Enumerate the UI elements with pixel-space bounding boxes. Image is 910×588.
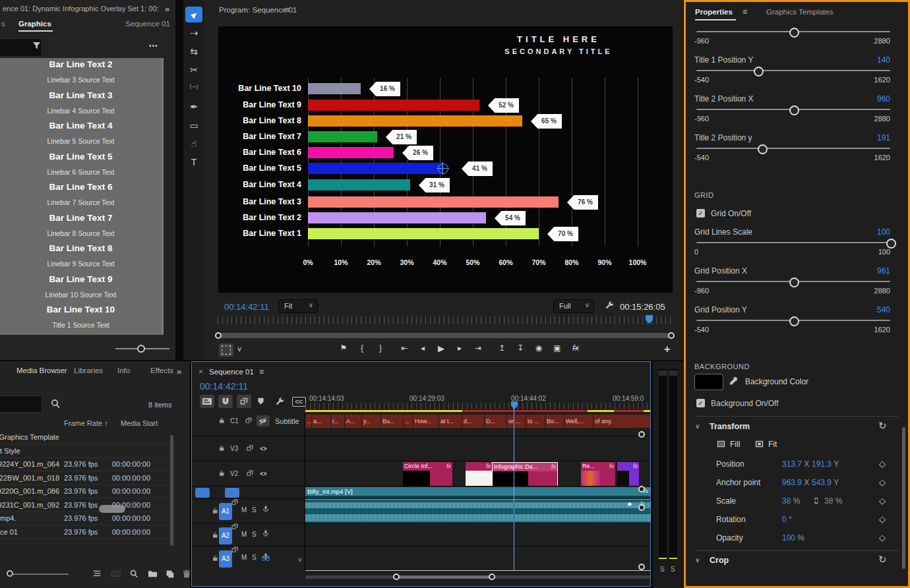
grid-on-off-checkbox[interactable]: ✓ xyxy=(696,209,705,218)
hand-tool[interactable]: ☝ xyxy=(183,138,204,149)
program-scrollbar-track[interactable] xyxy=(218,333,673,338)
list-zoom-slider-handle[interactable] xyxy=(137,345,145,353)
table-row[interactable]: t Style xyxy=(0,445,169,458)
chevron-down-icon[interactable]: ∨ xyxy=(237,345,242,353)
track-select-forward-tool[interactable]: ⇢ xyxy=(183,28,204,38)
rectangle-tool[interactable]: ▭ xyxy=(183,120,204,131)
mute-button[interactable]: M xyxy=(241,554,247,561)
track-source-icon[interactable] xyxy=(231,546,239,554)
fill-icon[interactable] xyxy=(716,439,726,449)
type-tool[interactable]: T xyxy=(183,157,204,167)
add-marker-button[interactable]: ⚑ xyxy=(336,343,351,353)
value-number[interactable]: 100 xyxy=(782,533,795,543)
trash-icon[interactable] xyxy=(182,569,191,578)
slider-value[interactable]: 540 xyxy=(837,305,890,314)
track-output-toggle[interactable] xyxy=(257,415,270,426)
timeline-timecode[interactable]: 00:14:42:11 xyxy=(200,381,248,392)
tab-info[interactable]: Info xyxy=(117,367,130,374)
value-y[interactable]: 38 % xyxy=(824,496,842,506)
keyframe-diamond-icon[interactable]: ◇ xyxy=(879,533,886,543)
background-on-off-checkbox[interactable]: ✓ xyxy=(696,399,705,407)
value-number[interactable]: 38 xyxy=(782,496,791,506)
track-target-v1[interactable] xyxy=(225,488,239,498)
extract-button[interactable]: ↧ xyxy=(513,343,528,353)
new-bin-folder-icon[interactable] xyxy=(148,569,158,579)
track-resize-handle[interactable] xyxy=(638,431,645,438)
table-row[interactable]: Graphics Template xyxy=(0,431,169,444)
zoom-level-select[interactable]: Fit ∨ xyxy=(278,299,318,313)
track-source-icon[interactable] xyxy=(245,417,253,425)
slider-value[interactable]: 191 xyxy=(837,133,890,142)
lock-icon[interactable] xyxy=(212,531,219,539)
graphics-layer-item[interactable]: Bar Line Text 3 xyxy=(0,90,162,100)
settings-wrench-icon[interactable] xyxy=(605,301,614,310)
hscroll-right-handle[interactable] xyxy=(489,573,495,580)
table-row[interactable]: 086_09220G_001.m23.976 fps00:00:00:00 xyxy=(0,485,169,498)
timeline-clip-selected[interactable]: Infographic Da...fx xyxy=(492,462,558,486)
add-button[interactable]: + xyxy=(664,343,670,355)
reset-icon[interactable]: ↺ xyxy=(878,554,887,566)
keyframe-diamond-icon[interactable]: ◇ xyxy=(879,514,886,524)
timeline-clip[interactable]: Circle Inf...fx xyxy=(403,462,452,486)
value-y[interactable]: 543.9 Y xyxy=(812,478,839,487)
graphics-source-label[interactable]: Linebar 9 Source Text xyxy=(0,260,162,268)
value-x[interactable]: 313.7 X xyxy=(782,459,809,469)
safe-margins-button[interactable] xyxy=(219,343,233,357)
track-resize-handle[interactable] xyxy=(638,564,645,570)
slider-value[interactable]: 960 xyxy=(837,94,890,103)
slider-value[interactable]: 140 xyxy=(837,55,890,65)
table-row[interactable]: ce 0123.976 fps00:00:00:00 xyxy=(0,526,169,539)
program-panel-menu-icon[interactable]: ≡ xyxy=(285,5,289,15)
track-badge[interactable]: V3 xyxy=(230,445,238,452)
comparison-view-button[interactable]: ▣ xyxy=(550,343,564,353)
graphics-layer-item[interactable]: Bar Line Text 9 xyxy=(0,274,162,284)
graphics-source-label[interactable]: Linebar 6 Source Text xyxy=(0,168,162,176)
slider-handle[interactable] xyxy=(789,105,799,115)
value-number[interactable]: 0 xyxy=(782,515,787,524)
slider-handle[interactable] xyxy=(886,239,896,249)
subtitle-clip[interactable]: Bu... xyxy=(381,415,403,428)
track-source-icon[interactable] xyxy=(231,523,239,531)
chart-bar[interactable] xyxy=(308,83,361,94)
media-search-box[interactable] xyxy=(0,396,42,413)
value-number[interactable]: 963.9 xyxy=(782,478,802,487)
graphics-layer-item[interactable]: Bar Line Text 5 xyxy=(0,152,162,162)
keyframe-diamond-icon[interactable]: ◇ xyxy=(879,459,886,469)
graphics-layer-item[interactable]: Bar Line Text 7 xyxy=(0,213,162,223)
link-chain-icon[interactable] xyxy=(812,496,820,505)
properties-scrollbar[interactable] xyxy=(902,427,905,569)
chart-bar[interactable] xyxy=(308,228,539,239)
slider-value[interactable]: 961 xyxy=(837,266,890,276)
graphics-source-label[interactable]: Linebar 3 Source Text xyxy=(0,76,162,84)
mic-icon[interactable] xyxy=(262,505,270,513)
slider-value[interactable]: 100 xyxy=(837,227,890,237)
value-number[interactable]: 191.3 xyxy=(812,459,832,469)
graphics-layer-item[interactable]: Bar Line Text 8 xyxy=(0,243,162,253)
graphics-source-label[interactable]: Linebar 5 Source Text xyxy=(0,137,162,145)
subtitle-clip[interactable]: I... xyxy=(331,415,344,428)
graphics-layer-item[interactable]: Bar Line Text 6 xyxy=(0,182,162,192)
tab-graphics[interactable]: Graphics xyxy=(18,20,51,28)
timeline-clip[interactable]: fx xyxy=(466,462,492,486)
program-video-frame[interactable]: TITLE HERESECONDARY TITLE0%10%20%30%40%5… xyxy=(218,26,673,293)
chart-bar[interactable] xyxy=(308,163,443,174)
program-scrollbar-left-handle[interactable] xyxy=(215,332,222,339)
timeline-hscrollbar-range[interactable] xyxy=(396,575,492,579)
selection-anchor-crosshair-icon[interactable] xyxy=(438,163,448,174)
audio-level-value[interactable]: 00 xyxy=(262,554,270,562)
playback-resolution-select[interactable]: Full ∨ xyxy=(553,299,594,313)
timeline-panel-menu-icon[interactable]: ≡ xyxy=(259,367,264,376)
subtitle-clip[interactable]: or ... xyxy=(507,415,526,428)
value-number[interactable]: 543.9 xyxy=(812,478,832,487)
program-timecode[interactable]: 00:14:42:11 xyxy=(224,302,269,312)
play-button[interactable]: ▶ xyxy=(434,343,448,353)
subtitle-clip[interactable]: y... xyxy=(362,415,380,428)
program-scrollbar-right-handle[interactable] xyxy=(668,332,675,339)
add-marker-icon[interactable] xyxy=(257,397,265,405)
fit-icon[interactable] xyxy=(754,439,764,449)
chevron-down-icon[interactable]: ∨ xyxy=(297,556,302,563)
graphics-layer-item[interactable]: Bar Line Text 10 xyxy=(0,305,162,314)
column-header-media-start[interactable]: Media Start xyxy=(121,419,158,427)
filter-funnel-icon[interactable] xyxy=(32,41,42,51)
tab-media-browser[interactable]: Media Browser xyxy=(16,367,67,374)
